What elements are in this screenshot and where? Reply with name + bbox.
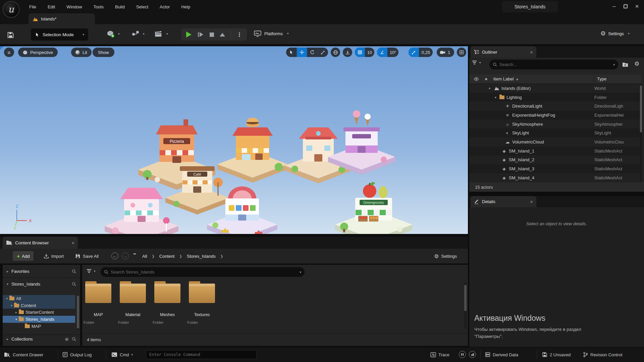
- rotate-tool-button[interactable]: [307, 48, 318, 57]
- outliner-row-lighting[interactable]: ▾ Lighting Folder: [469, 93, 641, 102]
- trace-button[interactable]: Trace: [430, 350, 449, 359]
- level-viewport[interactable]: Pizzeria Café: [0, 46, 468, 234]
- expand-arrow-icon[interactable]: ▾: [7, 282, 8, 286]
- asset-folder-textures[interactable]: Textures Folder: [187, 284, 217, 324]
- surface-snapping-button[interactable]: [343, 48, 352, 57]
- content-browser-tab[interactable]: Content Browser ×: [3, 237, 78, 249]
- output-log-button[interactable]: Output Log: [62, 350, 92, 359]
- menu-actor[interactable]: Actor: [159, 3, 170, 11]
- save-button[interactable]: [5, 30, 15, 40]
- tree-scrollbar[interactable]: [77, 295, 79, 330]
- insights-pause-icon[interactable]: [459, 351, 466, 358]
- stop-button[interactable]: [210, 33, 214, 37]
- search-icon[interactable]: [72, 269, 76, 274]
- world-local-toggle[interactable]: [331, 48, 340, 57]
- search-icon[interactable]: [72, 337, 76, 341]
- back-button[interactable]: ←: [111, 252, 118, 259]
- grid-snap-toggle[interactable]: [355, 48, 365, 57]
- perspective-dropdown[interactable]: Perspective: [18, 48, 58, 57]
- asset-search-input[interactable]: [111, 269, 297, 275]
- settings-button[interactable]: ⚙ Settings ▾: [600, 30, 630, 37]
- forward-button[interactable]: →: [122, 252, 129, 259]
- expand-arrow-icon[interactable]: ▸: [7, 337, 8, 341]
- outliner-row-sm-island-2[interactable]: ◈ SM_Island_2 StaticMeshAct: [469, 156, 641, 165]
- close-icon[interactable]: ×: [530, 49, 533, 55]
- visibility-eye-icon[interactable]: [474, 76, 479, 82]
- expand-arrow-icon[interactable]: ▾: [495, 96, 499, 99]
- asset-folder-meshes[interactable]: Meshes Folder: [153, 284, 182, 324]
- cinematics-button[interactable]: ▾: [154, 30, 168, 38]
- add-actor-button[interactable]: ▾: [107, 30, 120, 38]
- expand-arrow-icon[interactable]: ▾: [15, 317, 17, 321]
- frame-skip-button[interactable]: [197, 32, 204, 38]
- assets-scrollbar[interactable]: [464, 282, 467, 328]
- stores-islands-section[interactable]: ▾ Stores_Islands: [3, 280, 80, 288]
- outliner-search-input[interactable]: [499, 62, 611, 67]
- outliner-row-skylight[interactable]: ◐ SkyLight SkyLight: [469, 128, 641, 137]
- blueprints-button[interactable]: ▾: [131, 30, 145, 38]
- asset-search[interactable]: ▾: [101, 267, 305, 277]
- outliner-search[interactable]: ▾: [489, 60, 618, 69]
- derived-data-button[interactable]: Derived Data: [485, 350, 518, 359]
- outliner-row-skyatmosphere[interactable]: ☼ SkyAtmosphere SkyAtmospher: [469, 120, 641, 129]
- outliner-row-volumetriccloud[interactable]: ☁ VolumetricCloud VolumetricClou: [469, 137, 641, 146]
- chevron-down-icon[interactable]: ▾: [94, 269, 96, 273]
- asset-folder-material[interactable]: Material Folder: [118, 284, 148, 324]
- breadcrumb-all[interactable]: All: [142, 254, 147, 259]
- angle-snap-toggle[interactable]: ∠: [377, 48, 387, 57]
- cmd-dropdown[interactable]: Cmd ▾: [111, 350, 133, 359]
- tree-item-map[interactable]: MAP: [3, 323, 80, 330]
- expand-arrow-icon[interactable]: ▸: [7, 269, 8, 273]
- outliner-row-sm-island-3[interactable]: ◈ SM_Island_3 StaticMeshAct: [469, 164, 641, 173]
- chevron-down-icon[interactable]: ▾: [479, 61, 481, 64]
- chevron-down-icon[interactable]: ▾: [300, 270, 301, 274]
- move-tool-button[interactable]: [297, 48, 307, 57]
- close-button[interactable]: ×: [631, 1, 643, 12]
- tree-item-all[interactable]: ▾ All: [3, 295, 75, 302]
- outliner-row-heightfog[interactable]: ≡ ExponentialHeightFog ExponentialHei: [469, 111, 641, 120]
- outliner-row-sm-island-4[interactable]: ◈ SM_Island_4 StaticMeshAct: [469, 173, 641, 182]
- outliner-settings-gear-icon[interactable]: ⚙: [634, 60, 639, 67]
- revision-control-button[interactable]: Revision Control: [583, 350, 622, 359]
- minimize-button[interactable]: –: [608, 1, 620, 12]
- scale-snap-toggle[interactable]: [409, 48, 419, 57]
- scale-snap-value[interactable]: 0,25: [419, 48, 433, 57]
- tree-item-startercontent[interactable]: ▸ StarterContent: [3, 309, 80, 316]
- grid-snap-value[interactable]: 10: [365, 48, 374, 57]
- play-options-button[interactable]: ⋮: [237, 32, 242, 38]
- item-label-column-header[interactable]: Item Label ▲: [493, 76, 519, 81]
- favorite-star-icon[interactable]: ★: [484, 77, 488, 81]
- restore-button[interactable]: [620, 1, 631, 12]
- menu-edit[interactable]: Edit: [47, 3, 56, 11]
- eject-button[interactable]: [220, 33, 225, 37]
- select-tool-button[interactable]: [286, 48, 297, 57]
- outliner-row-directionallight[interactable]: ☀ DirectionalLight DirectionalLigh: [469, 102, 641, 111]
- selection-mode-dropdown[interactable]: Selection Mode ▾: [31, 28, 88, 41]
- close-icon[interactable]: ×: [530, 199, 533, 204]
- tree-item-stores-islands[interactable]: ▾ Stores_Islands: [3, 316, 75, 323]
- menu-build[interactable]: Build: [114, 3, 125, 11]
- filter-icon[interactable]: [87, 269, 92, 274]
- viewport-options-menu[interactable]: ≡: [4, 48, 14, 57]
- angle-snap-value[interactable]: 10°: [387, 48, 398, 57]
- add-button[interactable]: + Add: [13, 251, 34, 261]
- outliner-scrollbar[interactable]: [640, 84, 642, 181]
- outliner-row-islands[interactable]: ▾ Islands (Editor) World: [469, 84, 641, 93]
- breadcrumb-content[interactable]: Content: [159, 254, 175, 259]
- menu-tools[interactable]: Tools: [93, 3, 104, 11]
- import-button[interactable]: Import: [44, 251, 64, 261]
- expand-arrow-icon[interactable]: ▾: [489, 86, 493, 90]
- scale-tool-button[interactable]: [318, 48, 328, 57]
- play-button[interactable]: [186, 32, 192, 38]
- level-tab-islands[interactable]: Islands*: [29, 13, 95, 24]
- camera-speed-control[interactable]: 1: [437, 48, 454, 57]
- asset-folder-map[interactable]: MAP Folder: [84, 284, 113, 324]
- expand-arrow-icon[interactable]: ▾: [6, 297, 8, 300]
- menu-file[interactable]: File: [29, 3, 37, 11]
- maximize-viewport-button[interactable]: [457, 48, 466, 57]
- details-tab[interactable]: Details ×: [471, 196, 536, 207]
- outliner-tab[interactable]: Outliner ×: [471, 46, 536, 58]
- lit-dropdown[interactable]: Lit: [71, 48, 92, 57]
- insights-chart-icon[interactable]: [469, 351, 476, 358]
- filter-icon[interactable]: [472, 60, 477, 65]
